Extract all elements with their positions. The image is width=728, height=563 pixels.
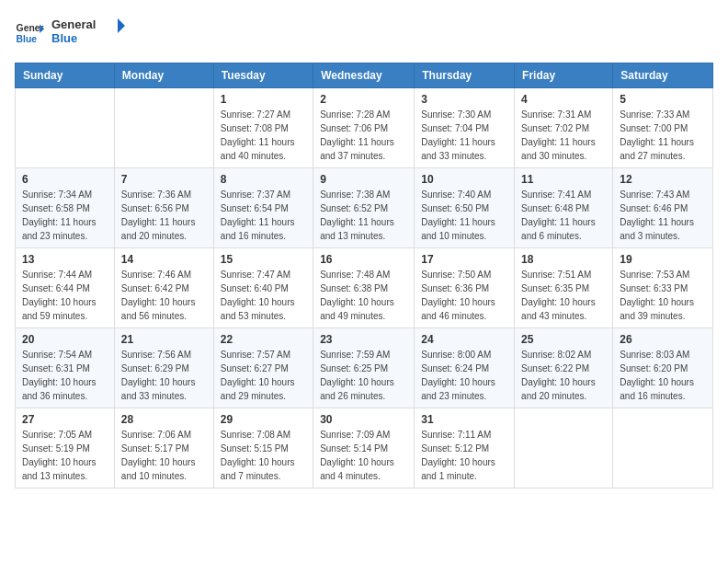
day-number: 11 [521, 173, 606, 186]
day-number: 26 [620, 333, 706, 346]
svg-marker-5 [118, 18, 125, 33]
day-info: Sunrise: 7:59 AM Sunset: 6:25 PM Dayligh… [320, 348, 407, 403]
day-cell: 12Sunrise: 7:43 AM Sunset: 6:46 PM Dayli… [613, 168, 713, 248]
day-number: 6 [22, 173, 108, 186]
day-info: Sunrise: 7:09 AM Sunset: 5:14 PM Dayligh… [320, 428, 407, 483]
day-cell: 4Sunrise: 7:31 AM Sunset: 7:02 PM Daylig… [515, 88, 613, 168]
col-header-saturday: Saturday [613, 63, 713, 88]
day-number: 15 [221, 253, 306, 266]
day-info: Sunrise: 7:48 AM Sunset: 6:38 PM Dayligh… [320, 268, 407, 323]
logo-icon: General Blue [15, 18, 44, 48]
day-number: 16 [320, 253, 407, 266]
day-info: Sunrise: 7:54 AM Sunset: 6:31 PM Dayligh… [22, 348, 108, 403]
day-cell: 28Sunrise: 7:06 AM Sunset: 5:17 PM Dayli… [114, 408, 213, 488]
day-number: 17 [421, 253, 507, 266]
day-cell: 13Sunrise: 7:44 AM Sunset: 6:44 PM Dayli… [16, 248, 115, 328]
day-number: 7 [121, 173, 207, 186]
day-cell: 21Sunrise: 7:56 AM Sunset: 6:29 PM Dayli… [114, 328, 213, 408]
day-cell: 25Sunrise: 8:02 AM Sunset: 6:22 PM Dayli… [515, 328, 613, 408]
day-number: 23 [320, 333, 407, 346]
day-info: Sunrise: 8:00 AM Sunset: 6:24 PM Dayligh… [421, 348, 507, 403]
day-info: Sunrise: 7:08 AM Sunset: 5:15 PM Dayligh… [221, 428, 306, 483]
day-cell: 9Sunrise: 7:38 AM Sunset: 6:52 PM Daylig… [313, 168, 415, 248]
day-info: Sunrise: 7:31 AM Sunset: 7:02 PM Dayligh… [521, 108, 606, 163]
day-info: Sunrise: 7:50 AM Sunset: 6:36 PM Dayligh… [421, 268, 507, 323]
day-info: Sunrise: 7:34 AM Sunset: 6:58 PM Dayligh… [22, 188, 108, 243]
day-cell: 6Sunrise: 7:34 AM Sunset: 6:58 PM Daylig… [16, 168, 115, 248]
day-cell: 16Sunrise: 7:48 AM Sunset: 6:38 PM Dayli… [313, 248, 415, 328]
col-header-monday: Monday [114, 63, 213, 88]
day-info: Sunrise: 7:37 AM Sunset: 6:54 PM Dayligh… [221, 188, 306, 243]
day-cell: 23Sunrise: 7:59 AM Sunset: 6:25 PM Dayli… [313, 328, 415, 408]
day-number: 29 [221, 413, 306, 426]
day-cell: 31Sunrise: 7:11 AM Sunset: 5:12 PM Dayli… [415, 408, 515, 488]
day-cell: 22Sunrise: 7:57 AM Sunset: 6:27 PM Dayli… [213, 328, 313, 408]
day-info: Sunrise: 7:36 AM Sunset: 6:56 PM Dayligh… [121, 188, 207, 243]
day-cell: 26Sunrise: 8:03 AM Sunset: 6:20 PM Dayli… [613, 328, 713, 408]
day-number: 12 [620, 173, 706, 186]
day-cell: 27Sunrise: 7:05 AM Sunset: 5:19 PM Dayli… [16, 408, 115, 488]
svg-text:General: General [51, 17, 96, 31]
day-cell: 11Sunrise: 7:41 AM Sunset: 6:48 PM Dayli… [515, 168, 613, 248]
day-info: Sunrise: 7:33 AM Sunset: 7:00 PM Dayligh… [620, 108, 706, 163]
day-number: 4 [521, 93, 606, 106]
day-number: 18 [521, 253, 606, 266]
svg-text:Blue: Blue [51, 31, 77, 45]
day-info: Sunrise: 7:30 AM Sunset: 7:04 PM Dayligh… [421, 108, 507, 163]
day-cell [515, 408, 613, 488]
calendar-header-row: SundayMondayTuesdayWednesdayThursdayFrid… [16, 63, 713, 88]
week-row-2: 6Sunrise: 7:34 AM Sunset: 6:58 PM Daylig… [16, 168, 713, 248]
week-row-1: 1Sunrise: 7:27 AM Sunset: 7:08 PM Daylig… [16, 88, 713, 168]
day-number: 10 [421, 173, 507, 186]
col-header-sunday: Sunday [16, 63, 115, 88]
day-number: 24 [421, 333, 507, 346]
page-header: General Blue General Blue [15, 15, 713, 52]
day-number: 30 [320, 413, 407, 426]
day-cell: 19Sunrise: 7:53 AM Sunset: 6:33 PM Dayli… [613, 248, 713, 328]
day-number: 21 [121, 333, 207, 346]
day-number: 14 [121, 253, 207, 266]
day-cell: 20Sunrise: 7:54 AM Sunset: 6:31 PM Dayli… [16, 328, 115, 408]
day-number: 22 [221, 333, 306, 346]
day-number: 20 [22, 333, 108, 346]
day-number: 27 [22, 413, 108, 426]
day-number: 19 [620, 253, 706, 266]
day-info: Sunrise: 7:57 AM Sunset: 6:27 PM Dayligh… [221, 348, 306, 403]
week-row-3: 13Sunrise: 7:44 AM Sunset: 6:44 PM Dayli… [16, 248, 713, 328]
day-number: 25 [521, 333, 606, 346]
day-cell: 8Sunrise: 7:37 AM Sunset: 6:54 PM Daylig… [213, 168, 313, 248]
day-cell: 2Sunrise: 7:28 AM Sunset: 7:06 PM Daylig… [313, 88, 415, 168]
day-cell: 1Sunrise: 7:27 AM Sunset: 7:08 PM Daylig… [213, 88, 313, 168]
day-info: Sunrise: 7:05 AM Sunset: 5:19 PM Dayligh… [22, 428, 108, 483]
day-info: Sunrise: 7:27 AM Sunset: 7:08 PM Dayligh… [221, 108, 306, 163]
day-cell [16, 88, 115, 168]
svg-text:Blue: Blue [17, 34, 38, 44]
week-row-5: 27Sunrise: 7:05 AM Sunset: 5:19 PM Dayli… [16, 408, 713, 488]
day-cell [114, 88, 213, 168]
day-info: Sunrise: 7:44 AM Sunset: 6:44 PM Dayligh… [22, 268, 108, 323]
logo-svg: General Blue [51, 15, 125, 48]
day-cell: 10Sunrise: 7:40 AM Sunset: 6:50 PM Dayli… [415, 168, 515, 248]
day-info: Sunrise: 7:28 AM Sunset: 7:06 PM Dayligh… [320, 108, 407, 163]
day-cell: 15Sunrise: 7:47 AM Sunset: 6:40 PM Dayli… [213, 248, 313, 328]
day-number: 1 [221, 93, 306, 106]
day-info: Sunrise: 7:53 AM Sunset: 6:33 PM Dayligh… [620, 268, 706, 323]
day-info: Sunrise: 7:41 AM Sunset: 6:48 PM Dayligh… [521, 188, 606, 243]
col-header-friday: Friday [515, 63, 613, 88]
day-cell: 18Sunrise: 7:51 AM Sunset: 6:35 PM Dayli… [515, 248, 613, 328]
calendar-table: SundayMondayTuesdayWednesdayThursdayFrid… [15, 63, 713, 488]
day-cell: 29Sunrise: 7:08 AM Sunset: 5:15 PM Dayli… [213, 408, 313, 488]
day-number: 5 [620, 93, 706, 106]
day-number: 28 [121, 413, 207, 426]
col-header-thursday: Thursday [415, 63, 515, 88]
day-number: 31 [421, 413, 507, 426]
day-cell: 3Sunrise: 7:30 AM Sunset: 7:04 PM Daylig… [415, 88, 515, 168]
day-cell: 30Sunrise: 7:09 AM Sunset: 5:14 PM Dayli… [313, 408, 415, 488]
day-number: 3 [421, 93, 507, 106]
day-number: 9 [320, 173, 407, 186]
day-cell: 5Sunrise: 7:33 AM Sunset: 7:00 PM Daylig… [613, 88, 713, 168]
day-info: Sunrise: 7:56 AM Sunset: 6:29 PM Dayligh… [121, 348, 207, 403]
day-info: Sunrise: 7:51 AM Sunset: 6:35 PM Dayligh… [521, 268, 606, 323]
day-cell [613, 408, 713, 488]
day-number: 13 [22, 253, 108, 266]
